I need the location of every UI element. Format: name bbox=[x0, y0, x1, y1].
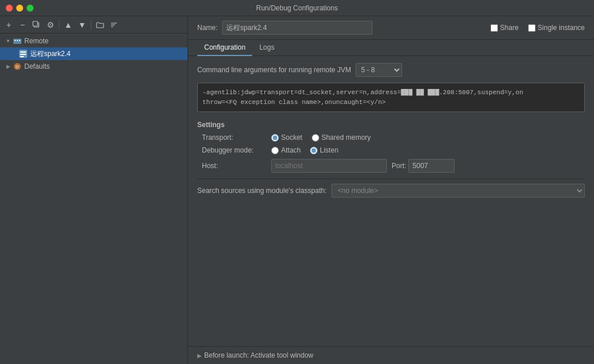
classpath-row: Search sources using module's classpath:… bbox=[197, 184, 585, 198]
host-label: Host: bbox=[202, 162, 271, 170]
socket-radio[interactable] bbox=[271, 134, 279, 142]
tabs-row: Configuration Logs bbox=[188, 40, 594, 56]
host-input[interactable] bbox=[271, 159, 387, 173]
separator2 bbox=[91, 20, 91, 29]
debugger-mode-radio-group: Attach Listen bbox=[271, 146, 338, 154]
command-textarea[interactable]: -agentlib:jdwp=transport=dt_socket,serve… bbox=[197, 83, 585, 112]
tree-config-item[interactable]: 远程spark2.4 bbox=[0, 47, 187, 60]
separator bbox=[59, 20, 60, 29]
classpath-select[interactable]: <no module> bbox=[331, 184, 585, 198]
minimize-button[interactable] bbox=[16, 5, 23, 12]
svg-rect-12 bbox=[20, 56, 24, 57]
svg-rect-11 bbox=[20, 54, 26, 55]
name-row: Name: Share Single instance bbox=[188, 16, 594, 40]
svg-rect-10 bbox=[20, 51, 26, 53]
sort-button[interactable] bbox=[108, 18, 120, 31]
config-item-icon bbox=[19, 49, 28, 58]
name-label: Name: bbox=[197, 24, 217, 32]
before-launch-arrow: ▶ bbox=[197, 352, 202, 359]
window-controls bbox=[6, 5, 34, 12]
shared-memory-radio-label[interactable]: Shared memory bbox=[312, 133, 371, 142]
folder-button[interactable] bbox=[94, 18, 106, 31]
single-instance-checkbox[interactable] bbox=[528, 24, 536, 32]
transport-label: Transport: bbox=[202, 133, 271, 142]
listen-radio[interactable] bbox=[310, 147, 318, 154]
port-label: Port: bbox=[392, 162, 406, 170]
toolbar: + − ⚙ ▲ ▼ bbox=[0, 16, 187, 34]
copy-button[interactable] bbox=[30, 18, 43, 31]
defaults-group-label: Defaults bbox=[24, 62, 50, 70]
header-checkboxes: Share Single instance bbox=[490, 24, 585, 32]
remove-button[interactable]: − bbox=[16, 18, 29, 31]
single-instance-checkbox-label[interactable]: Single instance bbox=[528, 24, 585, 32]
name-input[interactable] bbox=[222, 21, 372, 35]
window-title: Run/Debug Configurations bbox=[256, 4, 338, 12]
svg-rect-8 bbox=[19, 40, 20, 41]
command-label: Command line arguments for running remot… bbox=[197, 66, 351, 74]
classpath-label: Search sources using module's classpath: bbox=[197, 187, 327, 195]
jvm-version-select[interactable]: 5 - 8 9+ bbox=[356, 63, 402, 77]
config-content: Command line arguments for running remot… bbox=[188, 56, 594, 346]
attach-radio[interactable] bbox=[271, 147, 279, 154]
transport-row: Transport: Socket Shared memory bbox=[197, 133, 585, 142]
settings-button[interactable]: ⚙ bbox=[44, 18, 57, 31]
socket-radio-label[interactable]: Socket bbox=[271, 133, 302, 142]
expand-arrow: ▼ bbox=[5, 38, 12, 44]
move-down-button[interactable]: ▼ bbox=[76, 18, 88, 31]
svg-rect-5 bbox=[13, 39, 21, 44]
command-row: Command line arguments for running remot… bbox=[197, 63, 585, 77]
divider bbox=[197, 179, 585, 179]
right-panel: Name: Share Single instance Configuratio… bbox=[188, 16, 594, 364]
share-checkbox[interactable] bbox=[490, 24, 498, 32]
svg-rect-7 bbox=[17, 40, 18, 41]
settings-section: Settings Transport: Socket Shared memory bbox=[197, 121, 585, 173]
tree-remote-group[interactable]: ▼ Remote bbox=[0, 35, 187, 47]
before-launch-section: ▶ Before launch: Activate tool window bbox=[188, 346, 594, 364]
defaults-icon: D bbox=[13, 62, 22, 71]
tab-logs[interactable]: Logs bbox=[252, 40, 281, 56]
maximize-button[interactable] bbox=[27, 5, 34, 12]
remote-group-label: Remote bbox=[24, 37, 49, 45]
add-button[interactable]: + bbox=[2, 18, 15, 31]
port-input[interactable] bbox=[408, 159, 455, 173]
move-up-button[interactable]: ▲ bbox=[62, 18, 75, 31]
close-button[interactable] bbox=[6, 5, 13, 12]
tree-defaults-group[interactable]: ▶ D Defaults bbox=[0, 60, 187, 73]
transport-radio-group: Socket Shared memory bbox=[271, 133, 371, 142]
debugger-mode-label: Debugger mode: bbox=[202, 146, 271, 154]
titlebar: Run/Debug Configurations bbox=[0, 0, 594, 16]
settings-title: Settings bbox=[197, 121, 585, 129]
tree-container: ▼ Remote bbox=[0, 34, 187, 364]
config-item-label: 远程spark2.4 bbox=[30, 49, 71, 59]
shared-memory-radio[interactable] bbox=[312, 134, 319, 142]
attach-radio-label[interactable]: Attach bbox=[271, 146, 301, 154]
svg-text:D: D bbox=[16, 64, 19, 69]
svg-rect-6 bbox=[14, 40, 16, 41]
svg-rect-1 bbox=[33, 21, 38, 26]
share-checkbox-label[interactable]: Share bbox=[490, 24, 519, 32]
host-port-row: Host: Port: bbox=[197, 159, 585, 173]
left-panel: + − ⚙ ▲ ▼ bbox=[0, 16, 188, 364]
before-launch-header[interactable]: ▶ Before launch: Activate tool window bbox=[197, 351, 585, 359]
remote-group-icon bbox=[13, 36, 22, 46]
before-launch-label: Before launch: Activate tool window bbox=[204, 351, 313, 359]
tab-configuration[interactable]: Configuration bbox=[197, 40, 252, 56]
defaults-arrow: ▶ bbox=[5, 63, 12, 70]
listen-radio-label[interactable]: Listen bbox=[310, 146, 338, 154]
main-layout: + − ⚙ ▲ ▼ bbox=[0, 16, 594, 364]
debugger-mode-row: Debugger mode: Attach Listen bbox=[197, 146, 585, 154]
